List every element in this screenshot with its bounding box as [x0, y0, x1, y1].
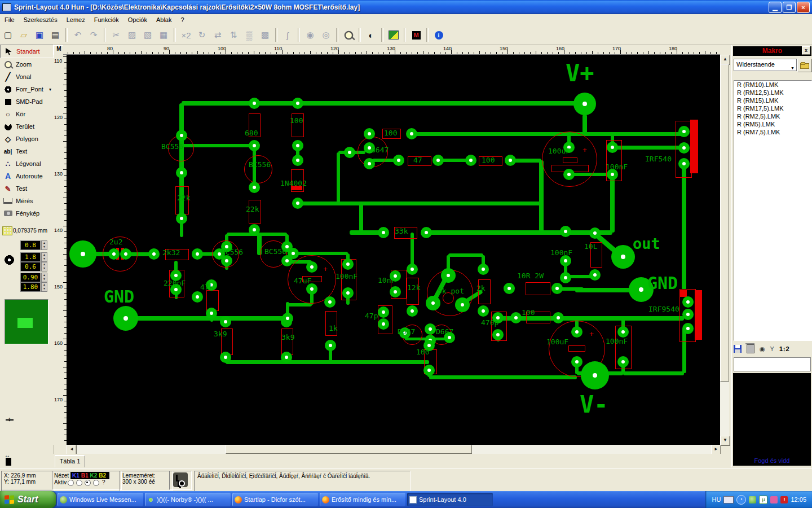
pcb-trace[interactable]	[623, 371, 684, 375]
macro-list-item[interactable]: R (RM12,5).LMK	[734, 89, 811, 97]
print-button[interactable]: ▤	[48, 28, 63, 42]
pcb-label[interactable]: BC556	[161, 142, 183, 151]
info-button[interactable]: i	[431, 28, 446, 42]
pcb-pad[interactable]	[282, 313, 293, 324]
pcb-net-label[interactable]: V+	[566, 59, 594, 87]
open-file-button[interactable]: ▱	[16, 28, 31, 42]
pcb-trace[interactable]	[426, 230, 612, 235]
pcb-pad[interactable]	[617, 356, 629, 367]
pcb-pad[interactable]	[292, 98, 303, 109]
pcb-pad[interactable]	[407, 264, 418, 275]
pcb-pad[interactable]	[281, 352, 292, 363]
pcb-pad[interactable]	[120, 248, 131, 260]
pcb-component-circle[interactable]	[244, 155, 272, 183]
pcb-pad[interactable]	[390, 286, 401, 297]
pcb-pad[interactable]	[682, 296, 694, 308]
pcb-pad[interactable]	[288, 248, 299, 259]
tool-fnykp[interactable]: Fénykép	[0, 207, 54, 220]
tray-chevron-icon[interactable]: ‹	[736, 495, 746, 505]
pcb-label[interactable]: 22k	[246, 205, 259, 213]
pcb-label[interactable]: IRF9540	[648, 305, 679, 313]
pcb-label[interactable]: 100nF	[336, 272, 358, 281]
pcb-silk-fill[interactable]	[680, 290, 687, 297]
pcb-pad[interactable]	[192, 291, 203, 303]
pcb-pad[interactable]	[504, 283, 515, 294]
pad-inner-spinner[interactable]: ▲▼	[41, 262, 47, 271]
pcb-pad[interactable]	[478, 264, 489, 275]
tool-terlet[interactable]: Terület	[0, 120, 54, 133]
pcb-label[interactable]: 22k	[177, 194, 190, 202]
menu-item-szerkeszts[interactable]: Szerkesztés	[19, 15, 62, 24]
pcb-pad[interactable]	[505, 155, 516, 166]
macro-open-folder-button[interactable]	[797, 59, 812, 72]
pcb-label[interactable]: 100nF	[550, 248, 572, 257]
menu-item-opcik[interactable]: Opciók	[123, 15, 152, 24]
taskbar-task[interactable]: Erősítő mindig és min...	[320, 493, 405, 506]
taskbar-task[interactable]: Windows Live Messen...	[58, 493, 143, 506]
pcb-trace[interactable]	[582, 115, 587, 134]
pcb-label[interactable]: 12k	[407, 283, 420, 292]
macro-close-button[interactable]: x	[802, 46, 810, 55]
pcb-pad[interactable]	[560, 272, 571, 283]
pcb-pad[interactable]	[113, 306, 138, 331]
layer-K2[interactable]: K2	[90, 472, 98, 479]
pcb-trace[interactable]	[539, 160, 544, 233]
tool-polygon[interactable]: ◇Polygon	[0, 133, 54, 145]
pcb-pad[interactable]	[426, 296, 440, 310]
pcb-pad[interactable]	[292, 198, 303, 209]
tray-alert-icon[interactable]: !	[780, 496, 788, 503]
macro-list-item[interactable]: R (RM10).LMK	[734, 81, 811, 89]
pcb-pad[interactable]	[249, 182, 260, 193]
macro-swap-layers-button[interactable]: 1↕2	[779, 345, 789, 352]
pcb-pad[interactable]	[407, 305, 418, 317]
pcb-pad[interactable]	[393, 155, 404, 166]
pcb-pad[interactable]	[492, 329, 504, 340]
pcb-pad[interactable]	[678, 126, 690, 137]
pcb-pad[interactable]	[342, 259, 354, 270]
pcb-label[interactable]: BC556	[249, 160, 271, 169]
pcb-pad[interactable]	[510, 312, 522, 323]
zoom-tool-button[interactable]	[341, 28, 356, 42]
new-document-button[interactable]: ▢	[1, 28, 15, 42]
macro-list-item[interactable]: R (RM17,5).LMK	[734, 104, 811, 112]
horizontal-scroll-thumb[interactable]	[226, 445, 472, 454]
keyboard-icon[interactable]	[723, 496, 734, 503]
tool-standart[interactable]: Standart	[0, 45, 54, 58]
pcb-label[interactable]: D667	[436, 327, 453, 336]
active-layer-radio-2[interactable]	[76, 480, 82, 486]
smd-height-value[interactable]: 1.80	[20, 282, 41, 292]
start-button[interactable]: Start	[0, 491, 56, 508]
layer-B2[interactable]: B2	[99, 472, 106, 479]
pcb-label[interactable]: IRF540	[645, 155, 672, 163]
pcb-label[interactable]: 100uF	[546, 338, 568, 346]
tool-kr[interactable]: ○Kör	[0, 108, 54, 120]
tool-mrs[interactable]: Mérés	[0, 195, 54, 207]
pcb-net-label[interactable]: out	[633, 235, 660, 252]
pcb-label[interactable]: 10R 2W	[517, 271, 544, 280]
pcb-pad[interactable]	[306, 261, 317, 273]
pcb-label[interactable]: 33k	[395, 227, 408, 235]
menu-item-funkcik[interactable]: Funkciók	[90, 15, 123, 24]
layer-indicators[interactable]: K1B1K2B2	[70, 472, 109, 479]
taskbar-task[interactable]: Sprint-Layout 4.0	[407, 493, 493, 506]
pcb-pad[interactable]	[563, 169, 575, 180]
track-width-value[interactable]: 0.8	[20, 240, 41, 250]
pcb-label[interactable]: 100uF	[548, 147, 570, 155]
close-button[interactable]: ×	[797, 2, 810, 13]
tool-zoom[interactable]: Zoom	[0, 58, 54, 71]
menu-item-ablak[interactable]: Ablak	[152, 15, 176, 24]
save-file-button[interactable]: ▣	[32, 28, 47, 42]
scroll-up-button[interactable]: ▲	[720, 55, 730, 65]
pcb-pad[interactable]	[364, 158, 375, 169]
pcb-trace[interactable]	[288, 303, 312, 306]
pcb-pad[interactable]	[678, 142, 690, 154]
pcb-pad[interactable]	[325, 340, 336, 351]
pcb-label[interactable]: BC556	[221, 248, 243, 256]
pcb-pad[interactable]	[176, 167, 187, 178]
language-indicator[interactable]: HU	[712, 496, 721, 503]
pcb-label[interactable]: 47k	[200, 283, 213, 291]
pcb-pad[interactable]	[176, 213, 187, 224]
pcb-label[interactable]: 47uF	[294, 277, 311, 285]
pcb-pad[interactable]	[425, 323, 436, 335]
pcb-label[interactable]: B647	[371, 146, 389, 154]
